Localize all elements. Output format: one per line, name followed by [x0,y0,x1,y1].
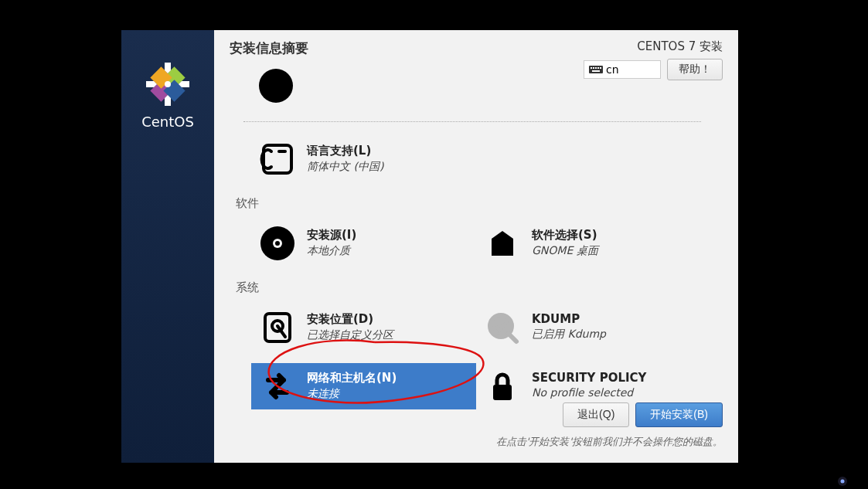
svg-rect-7 [593,67,594,69]
spoke-status: GNOME 桌面 [532,244,598,258]
sidebar-brand-text: CentOS [141,114,194,130]
kdump-icon [484,309,521,346]
disc-icon [259,225,296,262]
network-icon [259,368,296,405]
spoke-status: 已启用 Kdump [532,328,606,341]
spoke-status: 本地介质 [307,244,356,258]
svg-point-17 [275,241,280,246]
spoke-software-selection[interactable]: 软件选择(S) GNOME 桌面 [476,220,701,267]
spoke-title: 安装位置(D) [307,312,393,327]
keyboard-layout-indicator[interactable]: cn [584,60,661,79]
centos-logo-icon [145,61,191,107]
system-grid: 安装位置(D) 已选择自定义分区 KDUMP 已启用 Kdump [251,304,701,409]
spoke-title: SECURITY POLICY [532,371,646,385]
header-right: CENTOS 7 安装 cn 帮助！ [584,39,723,80]
spoke-kdump[interactable]: KDUMP 已启用 Kdump [476,304,701,351]
page-title: 安装信息摘要 [230,39,308,57]
spoke-title: 安装源(I) [307,228,356,243]
begin-install-button[interactable]: 开始安装(B) [635,402,723,427]
language-icon [259,141,296,178]
main-panel: 安装信息摘要 CENTOS 7 安装 cn 帮助！ [214,30,738,463]
content-area: 语言支持(L) 简体中文 (中国) 软件 安装源(I) 本地介质 [214,84,738,409]
spoke-text: KDUMP 已启用 Kdump [532,309,606,341]
clock-icon [257,67,294,104]
svg-rect-22 [493,385,512,400]
svg-rect-5 [589,66,603,73]
package-icon [484,225,521,262]
spoke-text: 安装源(I) 本地介质 [307,225,356,258]
spoke-text: 软件选择(S) GNOME 桌面 [532,225,598,258]
spoke-network-hostname[interactable]: 网络和主机名(N) 未连接 [251,363,476,409]
harddrive-icon [259,309,296,346]
svg-point-4 [165,81,171,87]
section-software-label: 软件 [236,196,701,211]
footer-buttons: 退出(Q) 开始安装(B) [563,402,723,427]
svg-rect-9 [597,67,599,69]
spoke-install-source[interactable]: 安装源(I) 本地介质 [251,220,476,267]
header-controls: cn 帮助！ [584,59,723,80]
spoke-language-support[interactable]: 语言支持(L) 简体中文 (中国) [251,136,701,182]
keyboard-layout-text: cn [606,63,619,76]
help-button[interactable]: 帮助！ [667,59,723,80]
keyboard-icon [589,64,603,75]
section-divider [243,121,701,122]
footer-hint: 在点击'开始安装'按钮前我们并不会操作您的磁盘。 [496,435,723,449]
spoke-title: KDUMP [532,312,606,326]
lock-icon [484,368,521,405]
svg-rect-10 [600,67,601,69]
sidebar: CentOS [121,30,214,463]
spoke-title: 软件选择(S) [532,228,598,243]
spoke-status: 未连接 [307,387,397,401]
section-system-label: 系统 [236,280,701,295]
svg-line-21 [509,334,516,341]
svg-point-24 [841,480,845,484]
spoke-text: 安装位置(D) 已选择自定义分区 [307,309,393,342]
software-grid: 安装源(I) 本地介质 软件选择(S) GNOME 桌面 [251,220,701,267]
spoke-status: No profile selected [532,386,646,399]
svg-point-12 [259,69,293,103]
footer-row: 退出(Q) 开始安装(B) 在点击'开始安装'按钮前我们并不会操作您的磁盘。 [496,402,723,449]
spoke-title: 网络和主机名(N) [307,371,397,385]
quit-button[interactable]: 退出(Q) [563,402,629,427]
spoke-install-destination[interactable]: 安装位置(D) 已选择自定义分区 [251,304,476,351]
taskbar-indicator-icon [837,475,848,486]
product-label: CENTOS 7 安装 [637,39,723,54]
spoke-text: 语言支持(L) 简体中文 (中国) [307,141,383,174]
spoke-status: 简体中文 (中国) [307,160,383,174]
svg-rect-8 [595,67,597,69]
spoke-title: 语言支持(L) [307,144,383,158]
svg-rect-6 [591,67,592,69]
spoke-text: 网络和主机名(N) 未连接 [307,368,397,401]
spoke-status: 已选择自定义分区 [307,328,393,342]
svg-rect-11 [592,70,600,72]
spoke-text: SECURITY POLICY No profile selected [532,368,646,399]
